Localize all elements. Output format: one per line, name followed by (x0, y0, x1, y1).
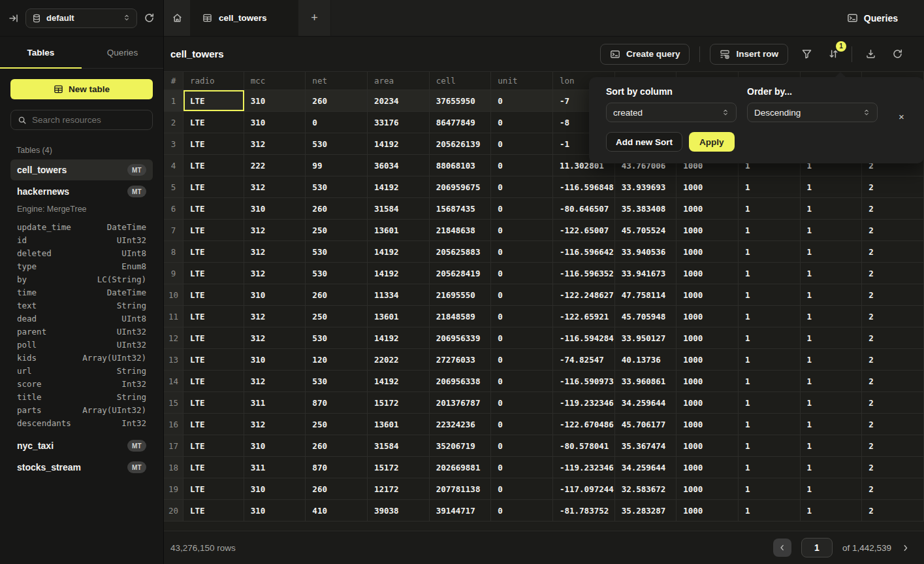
table-cell[interactable]: 870 (306, 392, 368, 413)
table-cell[interactable]: 1 (801, 220, 863, 241)
table-cell[interactable]: 312 (244, 241, 306, 262)
table-cell[interactable]: 7 (164, 220, 183, 241)
table-cell[interactable]: 1000 (677, 392, 739, 413)
column-header[interactable]: radio (183, 72, 244, 90)
table-cell[interactable]: LTE (183, 392, 244, 413)
table-cell[interactable]: 15687435 (430, 198, 492, 219)
table-cell[interactable]: -116.596642 (553, 241, 615, 262)
table-cell[interactable]: LTE (183, 371, 244, 391)
table-cell[interactable]: 410 (306, 500, 368, 521)
table-cell[interactable]: 0 (491, 435, 553, 456)
table-cell[interactable]: 37655950 (430, 90, 492, 111)
table-cell[interactable]: 202669881 (430, 457, 492, 478)
column-header[interactable]: mcc (244, 72, 306, 90)
table-cell[interactable]: 2 (862, 306, 924, 327)
table-cell[interactable]: 33.940536 (615, 241, 677, 262)
collapse-sidebar-icon[interactable] (8, 13, 19, 24)
table-cell[interactable]: 2 (862, 176, 924, 197)
search-input[interactable] (32, 115, 148, 125)
table-cell[interactable]: 2 (862, 478, 924, 499)
table-cell[interactable]: 530 (306, 371, 368, 391)
sort-button[interactable]: 1 (825, 46, 842, 63)
column-header[interactable]: # (164, 72, 183, 90)
table-cell[interactable]: 34.259644 (615, 392, 677, 413)
table-cell[interactable]: 13601 (368, 220, 430, 241)
table-cell[interactable]: 1 (801, 500, 863, 521)
table-cell[interactable]: 1000 (677, 241, 739, 262)
table-cell[interactable]: 205626139 (430, 133, 492, 154)
table-cell[interactable]: 530 (306, 263, 368, 284)
table-cell[interactable]: 15172 (368, 392, 430, 413)
table-cell[interactable]: 1000 (677, 349, 739, 370)
download-button[interactable] (862, 46, 879, 63)
table-cell[interactable]: -81.783752 (553, 500, 615, 521)
table-cell[interactable]: 35.367474 (615, 435, 677, 456)
table-cell[interactable]: 15172 (368, 457, 430, 478)
table-cell[interactable]: 310 (244, 90, 306, 111)
table-cell[interactable]: LTE (183, 457, 244, 478)
table-cell[interactable]: 1 (801, 176, 863, 197)
create-query-button[interactable]: Create query (600, 44, 690, 65)
table-cell[interactable]: 45.705948 (615, 306, 677, 327)
table-cell[interactable]: 1 (801, 241, 863, 262)
table-cell[interactable]: 33.941673 (615, 263, 677, 284)
table-cell[interactable]: 13601 (368, 414, 430, 435)
table-cell[interactable]: 530 (306, 133, 368, 154)
table-cell[interactable]: 1 (739, 478, 801, 499)
table-cell[interactable]: -74.82547 (553, 349, 615, 370)
table-cell[interactable]: 0 (491, 371, 553, 391)
table-cell[interactable]: LTE (183, 155, 244, 176)
filter-button[interactable] (798, 46, 815, 63)
table-cell[interactable]: 1000 (677, 371, 739, 391)
table-cell[interactable]: 206959675 (430, 176, 492, 197)
table-cell[interactable]: 1000 (677, 176, 739, 197)
table-cell[interactable]: 1 (801, 327, 863, 348)
sidebar-tab-tables[interactable]: Tables (0, 37, 82, 68)
table-cell[interactable]: -119.232346 (553, 392, 615, 413)
table-cell[interactable]: 1 (739, 306, 801, 327)
table-cell[interactable]: 250 (306, 414, 368, 435)
table-cell[interactable]: 2 (862, 263, 924, 284)
table-cell[interactable]: 312 (244, 327, 306, 348)
table-cell[interactable]: 1000 (677, 327, 739, 348)
table-cell[interactable]: 260 (306, 284, 368, 305)
table-cell[interactable]: 1 (801, 414, 863, 435)
table-cell[interactable]: 34.259644 (615, 457, 677, 478)
table-cell[interactable]: 0 (491, 176, 553, 197)
previous-page-button[interactable] (773, 539, 791, 557)
table-cell[interactable]: LTE (183, 198, 244, 219)
table-cell[interactable]: 14 (164, 371, 183, 391)
table-cell[interactable]: -119.232346 (553, 457, 615, 478)
refresh-icon[interactable] (144, 12, 155, 24)
table-cell[interactable]: 14192 (368, 263, 430, 284)
table-cell[interactable]: 312 (244, 133, 306, 154)
table-cell[interactable]: 2 (862, 435, 924, 456)
table-cell[interactable]: 31584 (368, 198, 430, 219)
table-cell[interactable]: 260 (306, 478, 368, 499)
table-cell[interactable]: 15 (164, 392, 183, 413)
table-cell[interactable]: LTE (183, 241, 244, 262)
table-cell[interactable]: 33.939693 (615, 176, 677, 197)
table-cell[interactable]: 0 (491, 198, 553, 219)
table-cell[interactable]: LTE (183, 478, 244, 499)
table-cell[interactable]: 33.950127 (615, 327, 677, 348)
table-cell[interactable]: LTE (183, 112, 244, 133)
table-cell[interactable]: 0 (491, 327, 553, 348)
table-cell[interactable]: 45.706177 (615, 414, 677, 435)
table-cell[interactable]: 14192 (368, 371, 430, 391)
table-cell[interactable]: 10 (164, 284, 183, 305)
table-cell[interactable]: 0 (491, 478, 553, 499)
table-cell[interactable]: 1 (739, 457, 801, 478)
table-cell[interactable]: -80.646507 (553, 198, 615, 219)
new-table-button[interactable]: New table (10, 79, 153, 99)
table-cell[interactable]: 1 (801, 371, 863, 391)
table-cell[interactable]: 1 (801, 198, 863, 219)
table-cell[interactable]: 27276033 (430, 349, 492, 370)
table-cell[interactable]: -80.578041 (553, 435, 615, 456)
table-cell[interactable]: 1000 (677, 478, 739, 499)
table-cell[interactable]: 1 (739, 220, 801, 241)
table-cell[interactable]: LTE (183, 220, 244, 241)
table-cell[interactable]: 0 (491, 90, 553, 111)
table-cell[interactable]: 310 (244, 435, 306, 456)
next-page-button[interactable] (901, 544, 910, 552)
